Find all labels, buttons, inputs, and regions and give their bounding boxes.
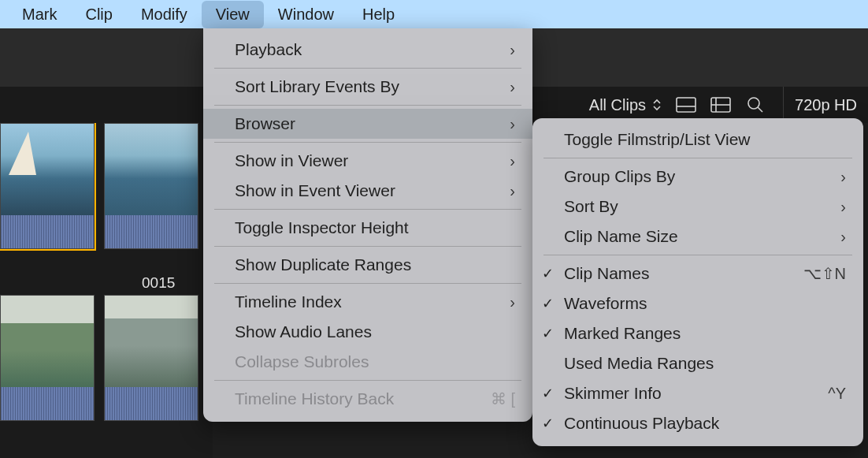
updown-chevron-icon — [652, 98, 662, 112]
chevron-right-icon: › — [510, 293, 515, 311]
menu-item-waveforms[interactable]: ✓ Waveforms — [532, 289, 863, 318]
menu-item-group-clips-by[interactable]: Group Clips By › — [532, 162, 863, 192]
menu-item-skimmer-info[interactable]: ✓ Skimmer Info ^Y — [532, 378, 863, 408]
browser-clips-area: 0015 — [0, 123, 213, 458]
menu-item-label: Show in Event Viewer — [235, 181, 395, 200]
menu-item-toggle-inspector-height[interactable]: Toggle Inspector Height — [203, 213, 532, 243]
clip-waveform — [105, 387, 198, 420]
svg-line-6 — [758, 107, 762, 112]
filmstrip-view-icon[interactable] — [676, 95, 696, 115]
menu-item-continuous-playback[interactable]: ✓ Continuous Playback — [532, 408, 863, 438]
menu-item-clip-name-size[interactable]: Clip Name Size › — [532, 222, 863, 251]
search-icon[interactable] — [745, 95, 766, 115]
menu-separator — [214, 142, 521, 143]
checkmark-icon: ✓ — [542, 415, 554, 432]
menu-item-label: Timeline Index — [235, 292, 342, 311]
menu-mark[interactable]: Mark — [8, 1, 71, 28]
chevron-right-icon: › — [840, 198, 846, 216]
menu-item-label: Skimmer Info — [564, 384, 662, 403]
clip-waveform — [1, 387, 94, 420]
menu-item-timeline-history-back: Timeline History Back ⌘ [ — [203, 384, 532, 414]
browser-submenu: Toggle Filmstrip/List View Group Clips B… — [532, 118, 863, 446]
menu-item-sort-by[interactable]: Sort By › — [532, 192, 863, 222]
keyboard-shortcut: ⌥⇧N — [803, 264, 846, 283]
menu-item-sort-library[interactable]: Sort Library Events By › — [203, 72, 532, 102]
menu-item-timeline-index[interactable]: Timeline Index › — [203, 287, 532, 317]
menu-item-label: Browser — [235, 114, 295, 133]
clip-thumbnail-image — [105, 124, 198, 215]
view-menu-dropdown: Playback › Sort Library Events By › Brow… — [203, 28, 532, 422]
menu-item-label: Marked Ranges — [564, 324, 681, 343]
menu-modify[interactable]: Modify — [127, 1, 202, 28]
menu-item-show-in-viewer[interactable]: Show in Viewer › — [203, 146, 532, 176]
chevron-right-icon: › — [510, 78, 515, 96]
svg-point-5 — [748, 98, 759, 109]
menu-separator — [543, 158, 852, 158]
clip-thumb[interactable] — [104, 123, 198, 249]
clip-name-label: 0015 — [142, 274, 175, 292]
quality-label[interactable]: 720p HD — [792, 96, 868, 114]
chevron-right-icon: › — [840, 228, 846, 246]
menu-item-label: Show in Viewer — [235, 151, 348, 170]
menu-item-toggle-filmstrip[interactable]: Toggle Filmstrip/List View — [532, 125, 863, 155]
clip-thumbnail-image — [1, 296, 94, 387]
chevron-right-icon: › — [510, 115, 515, 133]
menu-separator — [214, 105, 521, 106]
all-clips-label: All Clips — [589, 96, 646, 114]
menu-separator — [214, 283, 521, 284]
menu-help[interactable]: Help — [348, 1, 409, 28]
menu-item-used-media-ranges[interactable]: Used Media Ranges — [532, 348, 863, 378]
menu-item-browser[interactable]: Browser › — [203, 109, 532, 139]
menu-item-label: Used Media Ranges — [564, 354, 714, 373]
clip-waveform — [1, 215, 94, 248]
svg-rect-0 — [677, 98, 696, 112]
menu-item-playback[interactable]: Playback › — [203, 35, 532, 65]
menu-item-label: Playback — [235, 40, 302, 59]
menu-window[interactable]: Window — [264, 1, 348, 28]
chevron-right-icon: › — [510, 182, 515, 200]
menu-item-label: Waveforms — [564, 294, 647, 313]
menu-item-clip-names[interactable]: ✓ Clip Names ⌥⇧N — [532, 259, 863, 289]
menu-item-label: Clip Name Size — [564, 227, 678, 246]
checkmark-icon: ✓ — [542, 325, 554, 342]
checkmark-icon: ✓ — [542, 385, 554, 402]
clip-thumbnail-image — [1, 124, 94, 215]
menu-item-show-duplicate-ranges[interactable]: Show Duplicate Ranges — [203, 250, 532, 280]
clip-thumb[interactable] — [104, 295, 198, 421]
menu-separator — [214, 68, 521, 69]
menu-item-label: Sort By — [564, 197, 618, 216]
menu-item-label: Sort Library Events By — [235, 77, 399, 96]
chevron-right-icon: › — [510, 152, 515, 170]
menu-separator — [214, 246, 521, 247]
keyboard-shortcut: ^Y — [828, 385, 846, 403]
menu-item-label: Collapse Subroles — [235, 352, 369, 371]
menu-item-marked-ranges[interactable]: ✓ Marked Ranges — [532, 318, 863, 348]
chevron-right-icon: › — [840, 168, 846, 186]
menu-item-label: Timeline History Back — [235, 389, 394, 408]
menu-item-label: Group Clips By — [564, 167, 675, 186]
chevron-right-icon: › — [510, 41, 515, 59]
menu-item-show-audio-lanes[interactable]: Show Audio Lanes — [203, 317, 532, 347]
clip-thumb[interactable] — [0, 123, 95, 249]
menu-item-label: Show Duplicate Ranges — [235, 255, 411, 274]
menu-item-label: Toggle Inspector Height — [235, 218, 409, 237]
menu-item-show-in-event-viewer[interactable]: Show in Event Viewer › — [203, 176, 532, 206]
menu-item-label: Toggle Filmstrip/List View — [564, 130, 751, 149]
menu-item-collapse-subroles: Collapse Subroles — [203, 347, 532, 377]
menu-separator — [214, 380, 521, 381]
menu-item-label: Show Audio Lanes — [235, 322, 372, 341]
menu-item-label: Continuous Playback — [564, 414, 719, 433]
list-view-icon[interactable] — [710, 95, 731, 115]
clip-thumbnail-image — [105, 296, 198, 387]
menu-item-label: Clip Names — [564, 264, 650, 283]
all-clips-popup[interactable]: All Clips — [589, 96, 662, 114]
keyboard-shortcut: ⌘ [ — [491, 389, 515, 408]
menu-separator — [214, 209, 521, 210]
checkmark-icon: ✓ — [542, 295, 554, 312]
menu-view[interactable]: View — [202, 1, 264, 28]
clip-waveform — [105, 215, 198, 248]
clip-thumb[interactable] — [0, 295, 95, 421]
menubar: Mark Clip Modify View Window Help — [0, 0, 868, 28]
menu-clip[interactable]: Clip — [71, 1, 126, 28]
checkmark-icon: ✓ — [542, 265, 554, 282]
